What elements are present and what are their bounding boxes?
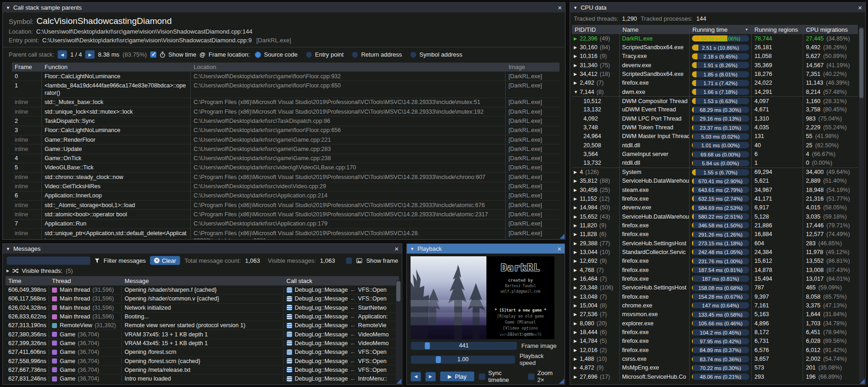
stack-source[interactable]: VFS::Open [358,358,387,364]
stack-function[interactable]: DebugLog::Message [295,367,348,373]
process-row[interactable]: 3,564 GameInput server 69.68 us (0.00%) … [572,150,858,158]
expand-icon[interactable]: ▶ [574,250,580,254]
stack-function[interactable]: DebugLog::Message [295,349,348,355]
process-row[interactable]: ▶ 11,828 (6) firefox.exe 291.26 ms (1.26… [572,230,858,239]
process-row[interactable]: ▶ 14,784 (5) firefox.exe 97.95 ms (0.42%… [572,337,858,346]
callstack-row[interactable]: inline Game::RenderFloor C:\Users\wolf\D… [12,135,560,144]
clear-button[interactable]: × Clear [150,256,180,265]
process-row[interactable]: ▶ 8,080 (20) explorer.exe 105.66 ms (0.4… [572,319,858,328]
process-row[interactable]: ▶ 11,820 (9) firefox.exe 346.58 ms (1.50… [572,221,858,230]
expand-icon[interactable]: ▶ [574,188,580,192]
process-row[interactable]: ▶ 4,768 (7) firefox.exe 187.54 ms (0.81%… [572,266,858,274]
process-row[interactable]: ▶ 12,016 (2) firefox.exe 84.89 ms (0.37%… [572,346,858,354]
collapse-icon[interactable]: ▼ [410,247,414,251]
column-call-stack[interactable]: Call stack [283,277,399,284]
process-row[interactable]: ▶ 22,396 (49) DarkRL.exe 14.33 s (62.06%… [572,34,858,43]
expand-icon[interactable]: ▶ [574,277,580,281]
process-row[interactable]: ▶ 15,652 (43) ServiceHub.DataWarehou 580… [572,212,858,221]
callstack-row[interactable]: inline std::_Atomic_storage<bool,1>::loa… [12,200,560,209]
expand-icon[interactable]: ▶ [574,268,580,272]
frame-location-radio[interactable]: Symbol address [410,51,462,58]
visible-threads-label[interactable]: Visible threads: [22,267,63,274]
message-row[interactable]: 606,117,568ns Main thread (31,596) Openi… [6,294,399,303]
prev-frame-button[interactable]: ◀ [411,372,421,381]
expand-icon[interactable]: ▶ [574,170,580,174]
call-stack-icon[interactable] [286,323,292,329]
column-function[interactable]: Function [41,63,190,71]
show-time-checkbox[interactable] [150,51,157,58]
expand-icon[interactable]: ▶ [574,303,580,308]
collapse-icon[interactable]: ▼ [573,6,577,10]
show-time-label[interactable]: Show time [168,51,196,58]
show-frame-checkbox[interactable] [346,257,353,264]
process-row[interactable]: ▶ 12,692 (9) firefox.exe 231.76 ms (1.00… [572,257,858,266]
column-cpu-migrations[interactable]: CPU migrations [803,25,858,34]
process-row[interactable]: 13,132 uDWM Event Thread 68.29 ms (0.30%… [572,105,858,114]
next-call-stack-button[interactable]: ▶ [85,50,95,59]
call-stack-icon[interactable] [286,376,292,382]
sync-timeline-checkbox[interactable] [479,373,485,380]
stack-function[interactable]: DebugLog::Message [295,375,348,382]
call-stack-icon[interactable] [286,287,292,293]
process-row[interactable]: 13,732 ntdll.dll 5.84 us (0.00%) 1 [572,159,858,168]
process-row[interactable]: ▶ 27,696 (17) Microsoft.ServiceHub.Co 48… [572,372,858,381]
stack-function[interactable]: DebugLog::Message [295,295,348,302]
cpu-scrollbar[interactable] [859,27,864,382]
callstack-row[interactable]: inline Game::Update C:\Users\wolf\Deskto… [12,144,560,153]
callstack-row[interactable]: 2 TaskDispatch::Sync C:\Users\wolf\Deskt… [12,116,560,125]
callstack-row[interactable]: 6 Application::InnerLoop C:\Users\wolf\D… [12,191,560,200]
resize-grip[interactable] [396,379,401,384]
callstack-row[interactable]: 5 VideoGLBase::Tick C:\Users\wolf\Deskto… [12,163,560,172]
process-row[interactable]: 24,964 DWM Master Input Thread 5.03 ms (… [572,132,858,141]
expand-icon[interactable]: ▶ [574,330,580,335]
process-row[interactable]: 4,092 DWM LPC Port Thread 29.16 ms (0.13… [572,114,858,123]
process-row[interactable]: ▶ 13,044 (10) StandardCollector.Servic 2… [572,248,858,256]
callstack-panel-titlebar[interactable]: ▼ Call stack sample parents × [3,3,565,12]
expand-icon[interactable]: ▶ [574,36,580,41]
stack-source[interactable]: VideoMemo [358,331,388,338]
message-row[interactable]: 627,667,736ns Game (36,704) Opening /met… [6,365,399,374]
expand-icon[interactable]: ▶ [574,81,580,85]
close-icon[interactable]: × [858,4,862,11]
stack-function[interactable]: DebugLog::Message [295,313,348,320]
message-row[interactable]: 627,380,356ns Game (36,704) VRAM 37x45: … [6,329,399,338]
close-icon[interactable]: × [558,4,562,11]
callstack-row[interactable]: inline std::_Mutex_base::lock C:\Program… [12,98,560,107]
expand-icon[interactable]: ▶ [574,214,580,219]
process-row[interactable]: ▶ 29,388 (77) ServiceHub.SettingsHost 27… [572,239,858,248]
column-image[interactable]: Image [505,63,560,71]
radio-icon[interactable] [306,52,312,58]
call-stack-icon[interactable] [286,296,292,302]
filter-input[interactable] [6,256,91,265]
message-row[interactable]: 627,411,606ns Game (36,704) Opening /for… [6,347,399,356]
stack-source[interactable]: Application: [358,313,388,320]
call-stack-icon[interactable] [286,358,292,364]
callstack-row[interactable]: 1 <lambda_84a19dc444fae966ca174e83e708bd… [12,81,560,98]
callstack-row[interactable]: 3 Floor::CalcLightNoLuminance C:\Users\w… [12,126,560,135]
expand-icon[interactable]: ▼ [574,90,580,94]
next-frame-button[interactable]: ▶ [425,372,436,381]
radio-icon[interactable] [352,52,358,58]
frame-location-radio[interactable]: Return address [352,51,402,58]
process-row[interactable]: ▶ 11,152 (12) firefox.exe 632.15 ms (2.7… [572,194,858,203]
stack-source[interactable]: VFS::Open [358,349,387,355]
messages-scrollbar[interactable] [396,280,401,381]
close-icon[interactable]: × [394,245,399,252]
show-frame-label[interactable]: Show frame [366,257,398,264]
stack-source[interactable]: VFS::Open [358,287,387,293]
message-row[interactable]: 627,558,996ns Game (36,704) Opening /for… [6,356,399,365]
close-icon[interactable]: × [557,245,561,252]
call-stack-icon[interactable] [286,367,292,373]
callstack-row[interactable]: inline std::unique_lock<std::mutex>::loc… [12,107,560,116]
call-stack-icon[interactable] [286,331,292,337]
frame-image-view[interactable]: DarkRL created by Bartosz Taudul wolf.pl… [411,256,554,339]
process-row[interactable]: ▶ 35,812 (88) ServiceHub.DataWarehou 670… [572,177,858,185]
process-row[interactable]: 20,508 ntdll.dll 1.01 ms (0.00%) 40 [572,141,858,150]
expand-icon[interactable]: ▶ [574,321,580,326]
expand-icon[interactable]: ▶ [574,179,580,183]
process-row[interactable]: ▶ 15,004 (8) chrome.exe 147 ms (0.64%) 7… [572,301,858,310]
process-row[interactable]: ▶ 14,984 (50) devenv.exe 584.69 ms (2.53… [572,203,858,212]
stack-source[interactable]: VFS::Open [358,295,387,302]
callstack-row[interactable]: 0 Floor::CalcLightNoLuminance C:\Users\w… [12,71,560,81]
callstack-row[interactable]: inline std::atomic<bool>::operator bool … [12,209,560,219]
